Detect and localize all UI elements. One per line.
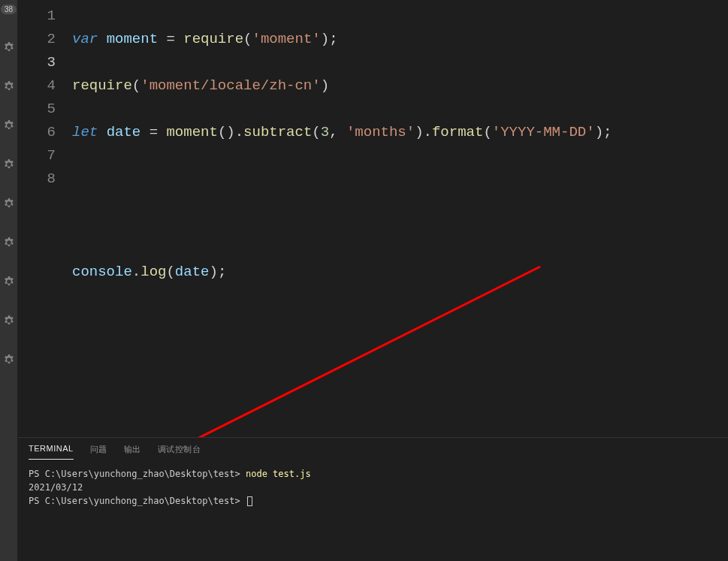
line-number: 4 — [18, 74, 56, 98]
tab-debug-console[interactable]: 调试控制台 — [158, 444, 201, 460]
cursor-icon — [247, 496, 252, 506]
line-number: 5 — [18, 98, 56, 121]
tab-output[interactable]: 输出 — [124, 444, 141, 460]
tab-problems[interactable]: 问题 — [90, 444, 107, 460]
gear-icon[interactable] — [3, 158, 15, 170]
activity-bar: 38 — [0, 0, 18, 561]
line-number: 1 — [18, 5, 56, 28]
code-line[interactable] — [72, 167, 728, 191]
code-line[interactable]: require('moment/locale/zh-cn') — [72, 74, 728, 98]
gear-icon[interactable] — [3, 354, 15, 366]
terminal-line: PS C:\Users\yunchong_zhao\Desktop\test> … — [29, 467, 717, 481]
gear-icon[interactable] — [3, 41, 15, 53]
code-editor[interactable]: 1 2 3 4 5 6 7 8 var moment = require('mo… — [18, 0, 728, 437]
terminal-line: 2021/03/12 — [29, 481, 717, 494]
code-content[interactable]: var moment = require('moment'); require(… — [72, 0, 728, 437]
line-number: 7 — [18, 144, 56, 167]
line-number: 8 — [18, 167, 56, 191]
code-line[interactable]: let date = moment().subtract(3, 'months'… — [72, 121, 728, 144]
main-area: 1 2 3 4 5 6 7 8 var moment = require('mo… — [18, 0, 728, 561]
line-number: 2 — [18, 28, 56, 51]
gear-icon[interactable] — [3, 198, 15, 210]
terminal[interactable]: PS C:\Users\yunchong_zhao\Desktop\test> … — [18, 460, 728, 561]
line-number: 6 — [18, 121, 56, 144]
gear-icon[interactable] — [3, 80, 15, 92]
line-number-gutter: 1 2 3 4 5 6 7 8 — [18, 0, 72, 437]
gear-icon[interactable] — [3, 119, 15, 131]
code-line[interactable]: console.log(date); — [72, 261, 728, 284]
terminal-line: PS C:\Users\yunchong_zhao\Desktop\test> — [29, 494, 717, 508]
badge-count: 38 — [1, 5, 17, 14]
code-line[interactable] — [72, 307, 728, 330]
code-line[interactable] — [72, 354, 728, 377]
gear-icon[interactable] — [3, 237, 15, 249]
panel-tabs: TERMINAL 问题 输出 调试控制台 — [18, 438, 728, 460]
code-line[interactable] — [72, 214, 728, 237]
gear-icon[interactable] — [3, 315, 15, 327]
gear-icon[interactable] — [3, 276, 15, 288]
tab-terminal[interactable]: TERMINAL — [29, 444, 74, 460]
code-line[interactable]: var moment = require('moment'); — [72, 28, 728, 51]
line-number: 3 — [18, 51, 56, 74]
bottom-panel: TERMINAL 问题 输出 调试控制台 PS C:\Users\yunchon… — [18, 437, 728, 561]
